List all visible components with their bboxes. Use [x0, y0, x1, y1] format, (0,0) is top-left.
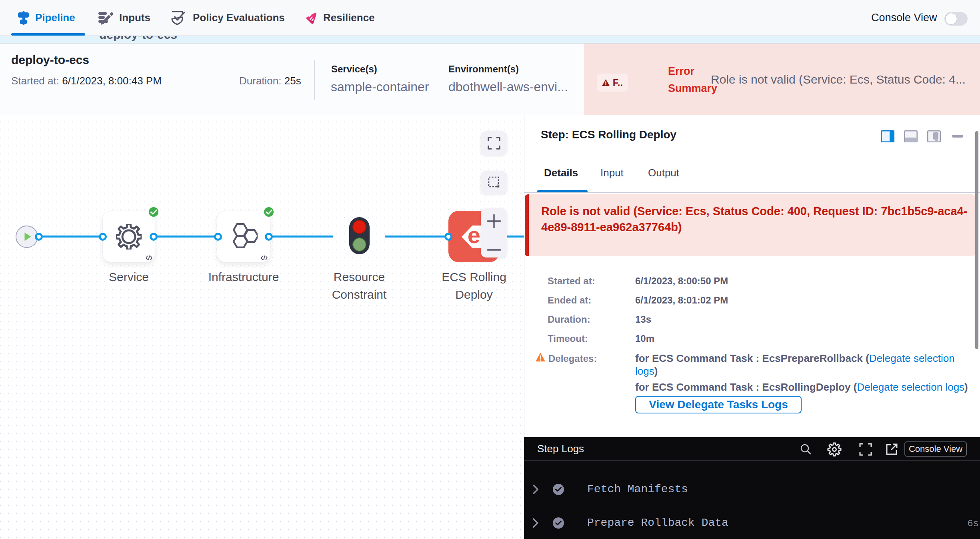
svg-text:e: e	[468, 222, 480, 248]
